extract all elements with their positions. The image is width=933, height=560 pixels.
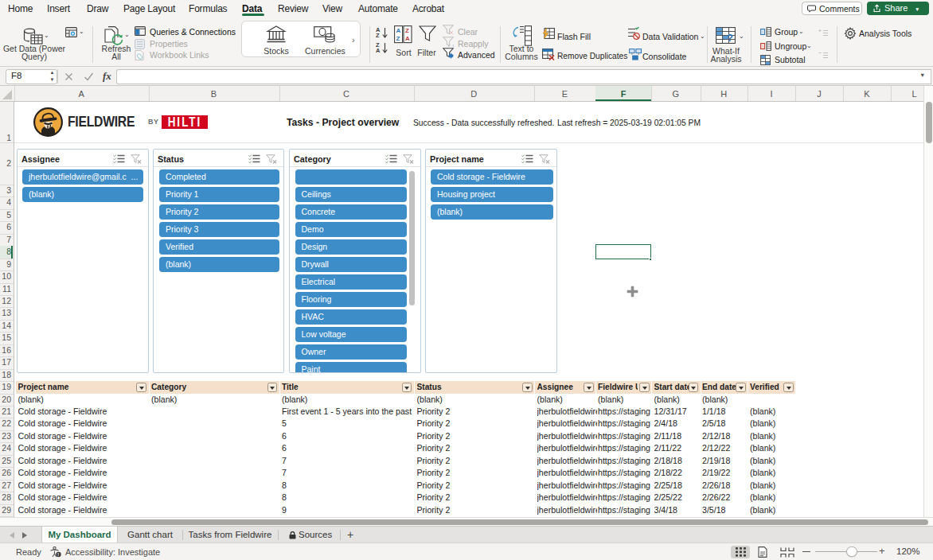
svg-text:Z: Z bbox=[405, 27, 409, 34]
svg-text:!: ! bbox=[57, 552, 59, 557]
svg-text:A: A bbox=[396, 27, 401, 34]
svg-text:Z: Z bbox=[396, 35, 400, 42]
svg-text:?: ? bbox=[727, 32, 733, 44]
svg-text:A: A bbox=[405, 35, 410, 42]
